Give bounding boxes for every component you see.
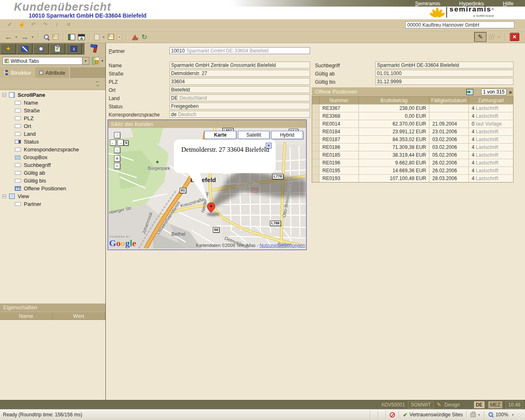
table-row[interactable]: RE0184 23.991,12 EUR 23.01.2006 4 Lastsc… [312,128,513,135]
field-value[interactable]: 01.01.1000 [375,70,514,77]
field-value[interactable]: 31.12.9999 [375,78,514,85]
row-selector[interactable] [312,120,320,128]
sidebar-tab[interactable]: Struktur [0,67,35,78]
swap-panels-icon[interactable]: ← → [93,79,102,87]
info-button[interactable]: i [66,43,82,54]
tools-icon[interactable] [89,44,100,54]
google-map[interactable]: ↑ ← → ↓ + − Karte Satellit Hybrid Bürger… [108,128,306,249]
tree-item[interactable]: Ort [0,122,105,130]
row-selector[interactable] [312,167,320,174]
map-type-button[interactable]: Satellit [238,131,269,139]
row-selector[interactable] [312,136,320,143]
tree-item[interactable]: Offene Positionen [0,185,105,192]
design-mode-button[interactable]: ✎ [474,32,486,42]
row-selector[interactable] [312,159,320,167]
header-bruttobetrag[interactable]: Bruttobetrag [359,97,429,104]
dock-top-icon[interactable] [78,34,85,40]
new-button[interactable]: ✦ [0,43,16,54]
refresh-icon[interactable]: ↻ [142,33,147,41]
search-icon[interactable] [43,34,50,40]
field-value[interactable]: Sparmarkt GmbH DE-33604 Bielefeld [375,62,514,68]
table-row[interactable]: RE0185 38.319,44 EUR 05.02.2006 4 Lastsc… [312,151,513,159]
row-selector[interactable] [312,105,320,112]
zoom-in-button[interactable]: + [114,155,120,162]
field-value[interactable]: deDeutsch [169,111,310,118]
tree-item[interactable]: Gültig ab [0,169,105,177]
zoom-dropdown-icon[interactable]: ▼ [511,413,514,416]
pan-down-button[interactable]: ↓ [114,147,120,153]
pager-next-icon[interactable]: » [509,89,512,95]
row-selector[interactable] [312,151,320,159]
header-zahlungsart[interactable]: Zahlungsart [469,97,513,104]
info-icon[interactable]: i [54,21,60,28]
save-layout-dropdown-icon[interactable]: ▼ [101,59,104,62]
table-row[interactable]: RE0014 62.370,00 EUR 21.09.2004 0 laut V… [312,120,513,128]
pan-left-button[interactable]: ← [110,139,116,146]
menu-item[interactable]: Semiramis [415,0,440,7]
layout-select-dropdown[interactable]: ▼ [82,57,89,64]
pan-right-button[interactable]: → [117,139,123,146]
confirm-icon[interactable]: ✔ [7,21,13,27]
browser-zoom-icon[interactable] [488,412,494,418]
field-value[interactable]: Detmolderstr. 27 [169,70,310,77]
google-logo[interactable]: Google [109,238,136,249]
company-field[interactable] [405,21,514,28]
tree-item[interactable]: View [0,192,105,200]
bubble-close-icon[interactable]: ✕ [266,143,272,148]
layout-select[interactable]: Without Tabs ▼ [2,57,89,65]
back-dropdown-icon[interactable]: ▼ [15,36,18,39]
tasks-button[interactable] [50,43,65,54]
map-type-button[interactable]: Hybrid [271,131,303,139]
table-row[interactable]: RE0193 107.100,48 EUR 28.03.2006 4 Lasts… [312,174,513,182]
table-row[interactable]: RE3367 238,00 EUR 4 Lastschrift [312,104,513,112]
dock-left-icon[interactable] [68,34,75,40]
validate-icon[interactable]: ✔ [131,34,139,40]
tree-expander-icon[interactable] [2,194,6,198]
table-row[interactable]: RE0187 84.353,02 EUR 03.02.2006 4 Lastsc… [312,135,513,143]
status-mode[interactable]: Design [445,402,460,408]
table-row[interactable]: RE0195 14.669,36 EUR 26.02.2006 4 Lastsc… [312,167,513,174]
tree-item[interactable]: Status [0,138,105,146]
sidebar-tab[interactable]: Attribute [35,67,70,78]
field-value[interactable]: Sparmarkt GmbH Zentrale Grossmarkt Biele… [169,62,310,68]
field-value[interactable]: DEDeutschland [169,94,310,101]
undo-icon[interactable]: ↶ [30,21,37,27]
export-icon[interactable]: ➔ [466,89,473,95]
field-value[interactable]: Bielefeld [169,86,310,93]
forward-dropdown-icon[interactable]: ▼ [31,36,34,39]
search-button[interactable] [33,43,49,54]
table-row[interactable]: RE3368 0,00 EUR 4 Lastschrift [312,112,513,120]
browser-zoom-level[interactable]: 100% [495,412,508,418]
field-value[interactable]: 33604 [169,78,310,85]
partner-field[interactable]: 10010Sparmarkt GmbH DE-33604 Bielefeld [169,47,310,54]
cancel-icon[interactable]: ✕ [65,21,72,27]
zoom-out-button[interactable]: − [114,163,120,169]
menu-item[interactable]: Hilfe [503,0,514,7]
save-icon[interactable] [108,34,114,40]
tree-item[interactable]: GroupBox [0,153,105,161]
interrupt-icon[interactable]: ☝ [18,21,25,27]
tree-item[interactable]: Gültig bis [0,177,105,185]
row-selector[interactable] [312,144,320,151]
header-nummer[interactable]: Nummer [320,97,359,104]
protected-mode-icon[interactable] [470,413,476,417]
tree-item[interactable]: PLZ [0,114,105,122]
tree-item[interactable]: Name [0,99,105,107]
tree-item[interactable]: ScrollPane [0,91,105,99]
redo-icon[interactable]: ↷ [42,21,48,27]
pager-input[interactable] [481,89,507,95]
pan-up-button[interactable]: ↑ [114,132,120,138]
close-window-button[interactable]: ✕ [510,33,519,41]
resize-grip[interactable] [518,413,524,419]
tree-item[interactable]: Partner [0,200,105,208]
tree-item[interactable]: Suchbegriff [0,161,105,169]
header-faelligkeitsdatum[interactable]: Fälligkeitsdatum [429,97,469,104]
pager-prev-icon[interactable]: « [476,89,479,95]
tree-item[interactable]: Korrespondenzsprache [0,146,105,153]
table-row[interactable]: RE0196 9.662,80 EUR 26.02.2006 4 Lastsch… [312,159,513,167]
field-value[interactable]: Freigegeben [169,103,310,110]
back-button[interactable]: ← [4,33,12,41]
row-selector[interactable] [312,128,320,135]
tree-expander-icon[interactable] [2,93,6,97]
row-selector[interactable] [312,112,320,120]
